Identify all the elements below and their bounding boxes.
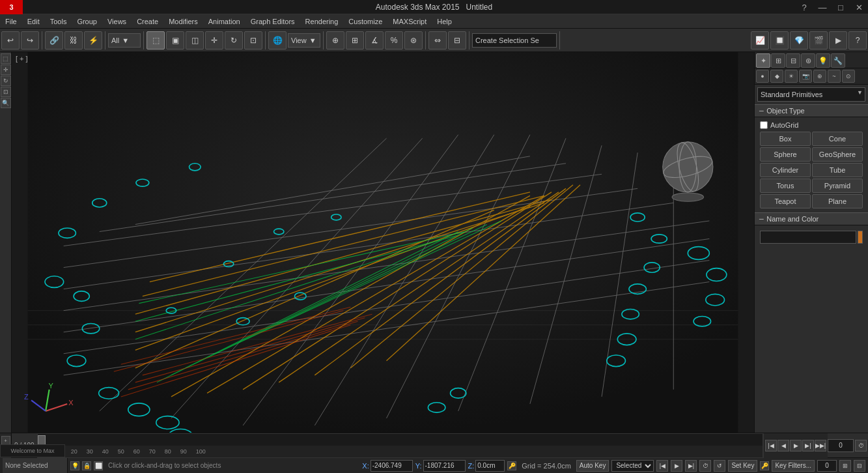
lock-icon[interactable]: 🔒 bbox=[82, 461, 91, 470]
goto-start-btn[interactable]: |◀ bbox=[765, 440, 777, 452]
select-rotate-btn[interactable]: ↻ bbox=[225, 31, 243, 50]
select-region-btn[interactable]: ▣ bbox=[166, 31, 184, 50]
btn-pyramid[interactable]: Pyramid bbox=[812, 179, 863, 193]
prev-frame-btn[interactable]: ◀ bbox=[777, 440, 789, 452]
object-color-picker[interactable] bbox=[858, 231, 863, 244]
key-icon[interactable]: 🔑 bbox=[760, 461, 769, 470]
subtab-spacewarps[interactable]: ~ bbox=[828, 70, 841, 83]
coord-lock-icon[interactable]: 🔑 bbox=[507, 461, 516, 470]
undo-btn[interactable]: ↩ bbox=[1, 31, 20, 50]
minimize-btn[interactable]: — bbox=[813, 0, 832, 14]
tab-modify[interactable]: ⊞ bbox=[771, 53, 785, 68]
goto-end-btn[interactable]: ▶▶| bbox=[815, 440, 826, 452]
snap-toggle-btn[interactable]: ⊞ bbox=[346, 31, 364, 50]
subtab-helpers[interactable]: ⊕ bbox=[813, 70, 826, 83]
light-icon[interactable]: 💡 bbox=[70, 461, 79, 470]
next-frame-btn[interactable]: ▶| bbox=[802, 440, 814, 452]
btn-cylinder[interactable]: Cylinder bbox=[760, 163, 811, 177]
y-input[interactable] bbox=[423, 460, 466, 472]
primitives-dropdown[interactable]: Standard Primitives Extended Primitives … bbox=[757, 87, 865, 102]
select-link-btn[interactable]: 🔗 bbox=[45, 31, 63, 50]
lt-scale[interactable]: ⊡ bbox=[1, 87, 11, 97]
frame-number-input[interactable] bbox=[817, 460, 837, 472]
play-btn[interactable]: ▶ bbox=[790, 440, 802, 452]
viewport[interactable]: [ + ] [Perspective] [Realistic] bbox=[12, 52, 754, 433]
help-icon-btn[interactable]: ? bbox=[848, 31, 867, 50]
percent-snap-btn[interactable]: % bbox=[385, 31, 403, 50]
menu-animation[interactable]: Animation bbox=[203, 14, 245, 29]
menu-graph-editors[interactable]: Graph Editors bbox=[245, 14, 300, 29]
subtab-geometry[interactable]: ● bbox=[756, 70, 769, 83]
object-type-header[interactable]: − Object Type bbox=[755, 104, 868, 117]
lt-rotate[interactable]: ↻ bbox=[1, 76, 11, 86]
lt-move[interactable]: ✛ bbox=[1, 64, 11, 75]
tab-display[interactable]: 💡 bbox=[816, 53, 830, 68]
screen-icon[interactable]: ⬜ bbox=[94, 461, 103, 470]
menu-views[interactable]: Views bbox=[102, 14, 132, 29]
tab-create[interactable]: ✦ bbox=[756, 53, 770, 68]
use-pivot-btn[interactable]: ⊕ bbox=[326, 31, 344, 50]
select-scale-btn[interactable]: ⊡ bbox=[244, 31, 262, 50]
close-btn[interactable]: ✕ bbox=[850, 0, 868, 14]
menu-tools[interactable]: Tools bbox=[45, 14, 72, 29]
btn-torus[interactable]: Torus bbox=[760, 179, 811, 193]
menu-customize[interactable]: Customize bbox=[343, 14, 387, 29]
schematic-btn[interactable]: 🔲 bbox=[770, 31, 789, 50]
prev-key-btn[interactable]: |◀ bbox=[656, 460, 668, 472]
mirror-btn[interactable]: ⇔ bbox=[428, 31, 447, 50]
render-btn[interactable]: ▶ bbox=[829, 31, 847, 50]
set-key-btn[interactable]: Set Key bbox=[728, 460, 757, 472]
angle-snap-btn[interactable]: ∡ bbox=[365, 31, 384, 50]
name-color-header[interactable]: − Name and Color bbox=[755, 212, 868, 225]
align-btn[interactable]: ⊟ bbox=[448, 31, 466, 50]
btn-sphere[interactable]: Sphere bbox=[760, 147, 811, 162]
viewport-layout-btn[interactable]: ⊟ bbox=[854, 460, 865, 472]
tab-hierarchy[interactable]: ⊟ bbox=[786, 53, 800, 68]
subtab-lights[interactable]: ☀ bbox=[785, 70, 798, 83]
timeline-add-btn[interactable]: + bbox=[1, 436, 10, 445]
frame-input[interactable] bbox=[828, 439, 854, 452]
tab-motion[interactable]: ⊛ bbox=[801, 53, 815, 68]
autogrid-checkbox[interactable] bbox=[760, 121, 768, 129]
key-filters-btn[interactable]: Key Filters... bbox=[772, 460, 815, 472]
tab-utilities[interactable]: 🔧 bbox=[831, 53, 845, 68]
subtab-cameras[interactable]: 📷 bbox=[799, 70, 812, 83]
create-selection-input[interactable] bbox=[472, 33, 557, 48]
menu-group[interactable]: Group bbox=[72, 14, 102, 29]
realtime-btn[interactable]: ⏱ bbox=[699, 460, 711, 472]
menu-file[interactable]: File bbox=[0, 14, 22, 29]
unlink-btn[interactable]: ⛓ bbox=[64, 31, 83, 50]
curve-editor-btn[interactable]: 📈 bbox=[751, 31, 769, 50]
material-editor-btn[interactable]: 💎 bbox=[790, 31, 808, 50]
menu-rendering[interactable]: Rendering bbox=[300, 14, 344, 29]
z-input[interactable] bbox=[475, 460, 505, 472]
select-object-btn[interactable]: ⬚ bbox=[147, 31, 165, 50]
view-dropdown[interactable]: View ▼ bbox=[288, 33, 320, 48]
subtab-shapes[interactable]: ◆ bbox=[770, 70, 783, 83]
btn-box[interactable]: Box bbox=[760, 132, 811, 146]
btn-plane[interactable]: Plane bbox=[812, 194, 863, 208]
spinner-snap-btn[interactable]: ⊛ bbox=[404, 31, 423, 50]
object-name-input[interactable] bbox=[760, 231, 856, 244]
btn-tube[interactable]: Tube bbox=[812, 163, 863, 177]
lt-select[interactable]: ⬚ bbox=[1, 53, 11, 64]
btn-cone[interactable]: Cone bbox=[812, 132, 863, 146]
btn-teapot[interactable]: Teapot bbox=[760, 194, 811, 208]
btn-geosphere[interactable]: GeoSphere bbox=[812, 147, 863, 162]
menu-maxscript[interactable]: MAXScript bbox=[387, 14, 432, 29]
menu-help[interactable]: Help bbox=[432, 14, 457, 29]
lt-zoom[interactable]: 🔍 bbox=[1, 98, 11, 108]
selected-dropdown[interactable]: Selected bbox=[611, 460, 654, 472]
maximize-btn[interactable]: □ bbox=[832, 0, 850, 14]
time-config-btn[interactable]: ⏱ bbox=[855, 440, 867, 452]
menu-edit[interactable]: Edit bbox=[22, 14, 45, 29]
subtab-systems[interactable]: ⊙ bbox=[842, 70, 855, 83]
window-crossing-btn[interactable]: ◫ bbox=[186, 31, 204, 50]
auto-key-btn[interactable]: Auto Key bbox=[576, 460, 609, 472]
help-btn[interactable]: ? bbox=[795, 0, 813, 14]
next-key-btn[interactable]: ▶| bbox=[685, 460, 697, 472]
render-setup-btn[interactable]: 🎬 bbox=[809, 31, 828, 50]
bind-space-warp-btn[interactable]: ⚡ bbox=[84, 31, 102, 50]
filter-dropdown[interactable]: All ▼ bbox=[108, 33, 141, 48]
play-anim-btn[interactable]: ▶ bbox=[671, 460, 682, 472]
